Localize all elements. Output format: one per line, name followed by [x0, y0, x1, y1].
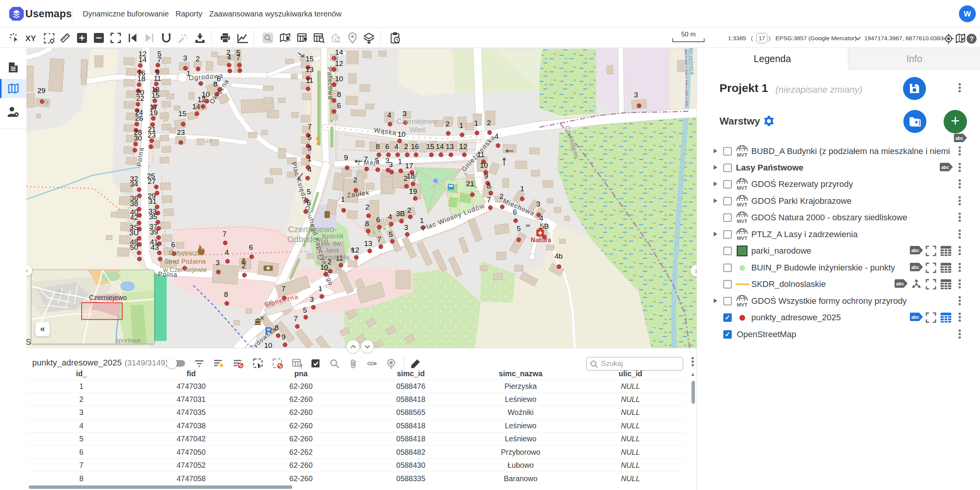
svg-text:MVT: MVT — [737, 152, 747, 158]
svg-text:?: ? — [970, 35, 974, 43]
svg-text:3: 3 — [183, 54, 187, 62]
svg-text:1: 1 — [420, 216, 424, 225]
svg-text:2: 2 — [242, 262, 246, 270]
svg-text:3: 3 — [404, 223, 408, 231]
svg-text:15: 15 — [178, 110, 186, 118]
svg-text:3U: 3U — [129, 229, 139, 237]
svg-text:11: 11 — [154, 74, 161, 82]
svg-text:Czerniejewo: Czerniejewo — [89, 294, 127, 302]
svg-text:4: 4 — [387, 111, 392, 119]
svg-text:18: 18 — [406, 172, 415, 180]
svg-text:6: 6 — [376, 216, 380, 224]
svg-text:3: 3 — [310, 295, 314, 303]
svg-text:4: 4 — [539, 214, 544, 222]
svg-text:12: 12 — [197, 95, 205, 103]
svg-text:27: 27 — [147, 177, 156, 185]
svg-text:17: 17 — [405, 162, 413, 170]
svg-text:38: 38 — [130, 200, 138, 208]
svg-text:4b: 4b — [554, 252, 562, 260]
svg-text:26: 26 — [135, 114, 143, 122]
svg-text:6: 6 — [337, 102, 341, 110]
svg-text:1: 1 — [308, 155, 312, 163]
svg-text:6: 6 — [249, 243, 253, 251]
svg-text:1: 1 — [520, 185, 524, 193]
svg-text:8: 8 — [487, 182, 491, 190]
svg-text:1: 1 — [459, 121, 464, 129]
svg-text:7: 7 — [308, 123, 312, 131]
svg-text:8: 8 — [213, 80, 218, 88]
svg-text:16: 16 — [411, 143, 419, 151]
svg-text:MVT: MVT — [737, 185, 747, 191]
svg-text:23: 23 — [206, 137, 212, 144]
svg-text:8: 8 — [376, 143, 380, 151]
svg-text:19: 19 — [149, 109, 157, 117]
svg-text:9: 9 — [282, 333, 286, 341]
svg-text:7 Maja: 7 Maja — [357, 158, 380, 167]
svg-text:50: 50 — [130, 243, 138, 251]
svg-text:MVT: MVT — [737, 202, 747, 208]
svg-text:19: 19 — [409, 187, 417, 195]
svg-text:2: 2 — [500, 192, 504, 200]
svg-text:3: 3 — [216, 259, 220, 267]
svg-text:1: 1 — [398, 157, 402, 166]
svg-text:7: 7 — [236, 54, 241, 62]
svg-text:2: 2 — [446, 120, 450, 128]
svg-text:50 m: 50 m — [681, 31, 696, 38]
svg-text:43: 43 — [151, 243, 159, 251]
svg-text:2: 2 — [404, 143, 408, 151]
svg-text:3B: 3B — [396, 210, 405, 218]
svg-text:abc: abc — [955, 136, 964, 141]
svg-text:5B: 5B — [540, 222, 549, 230]
svg-text:21: 21 — [466, 180, 474, 188]
svg-text:10: 10 — [264, 341, 272, 348]
svg-text:6: 6 — [385, 143, 390, 151]
svg-text:10: 10 — [397, 130, 405, 138]
svg-text:3: 3 — [308, 144, 312, 152]
svg-text:35: 35 — [149, 213, 157, 221]
svg-text:2: 2 — [353, 176, 357, 184]
svg-text:1: 1 — [341, 195, 345, 203]
svg-text:13: 13 — [446, 143, 454, 151]
svg-text:12: 12 — [351, 246, 359, 254]
svg-text:39: 39 — [150, 228, 158, 236]
svg-text:3: 3 — [403, 110, 407, 118]
svg-text:5: 5 — [389, 230, 393, 238]
svg-text:3: 3 — [389, 161, 393, 169]
svg-text:5: 5 — [308, 133, 312, 141]
svg-text:14: 14 — [332, 56, 339, 62]
svg-text:7: 7 — [223, 230, 227, 238]
svg-text:pw. św.: pw. św. — [321, 240, 343, 247]
svg-text:w Czerniejewie: w Czerniejewie — [163, 266, 207, 274]
svg-text:7: 7 — [282, 285, 286, 293]
svg-text:22: 22 — [136, 94, 144, 102]
svg-text:Ochotnicza: Ochotnicza — [169, 249, 202, 257]
svg-text:6: 6 — [171, 241, 175, 249]
svg-text:abc: abc — [896, 281, 904, 287]
svg-text:Straż Pożarna: Straż Pożarna — [164, 258, 206, 265]
svg-text:7: 7 — [294, 315, 298, 323]
svg-text:23: 23 — [177, 128, 185, 136]
svg-text:3: 3 — [634, 91, 638, 99]
svg-text:abc: abc — [941, 165, 949, 170]
svg-text:14: 14 — [138, 56, 147, 64]
svg-text:10: 10 — [335, 75, 343, 83]
svg-text:8: 8 — [337, 90, 341, 98]
svg-text:MVT: MVT — [737, 302, 747, 308]
svg-text:1: 1 — [474, 119, 479, 127]
svg-text:Czerniejewo-: Czerniejewo- — [397, 117, 439, 125]
svg-text:4: 4 — [227, 53, 231, 61]
svg-text:Wieś: Wieś — [410, 126, 426, 134]
svg-text:4: 4 — [388, 213, 392, 221]
svg-text:sportowa: sportowa — [116, 337, 141, 344]
svg-text:3: 3 — [536, 200, 541, 208]
svg-text:14: 14 — [436, 143, 444, 151]
svg-text:5: 5 — [303, 306, 307, 314]
svg-text:Chrzciciela: Chrzciciela — [317, 254, 349, 261]
svg-text:30: 30 — [134, 134, 142, 142]
svg-text:2: 2 — [196, 55, 200, 63]
svg-text:14: 14 — [335, 48, 343, 56]
svg-text:42: 42 — [130, 213, 138, 221]
svg-text:10: 10 — [480, 161, 488, 169]
svg-text:abc: abc — [911, 315, 919, 320]
svg-text:4: 4 — [225, 248, 229, 256]
